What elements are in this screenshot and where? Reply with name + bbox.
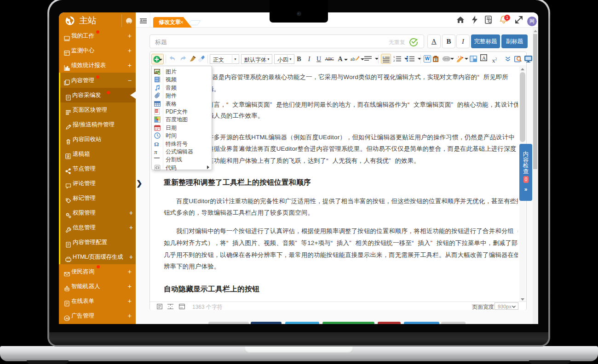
svg-text:cs: cs (180, 306, 183, 309)
svg-text:AD: AD (65, 317, 69, 320)
svg-text:A: A (482, 55, 486, 61)
svg-text:1: 1 (393, 56, 395, 58)
svg-text:2: 2 (393, 59, 395, 62)
svg-text:PDF: PDF (155, 110, 160, 113)
svg-text:T: T (435, 58, 437, 62)
